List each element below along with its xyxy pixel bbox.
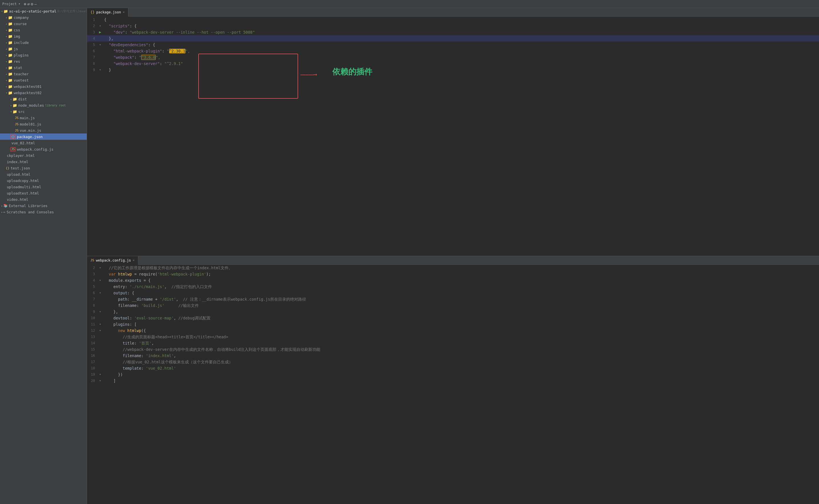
file-label-uploadmulti_html: uploadmulti.html bbox=[7, 185, 41, 189]
sidebar-item-index_html[interactable]: index.html bbox=[0, 159, 87, 165]
sidebar-item-ckplayer_html[interactable]: ckplayer.html bbox=[0, 152, 87, 159]
wline-content-7: path: __dirname + '/dist', // 注意：__dirna… bbox=[103, 296, 819, 302]
wline-gutter-19: ▾ bbox=[97, 371, 103, 378]
tab-package-json[interactable]: {} package.json × bbox=[87, 8, 128, 17]
folder-icon-vuetest: 📁 bbox=[8, 78, 13, 82]
wline-content-10: devtool: 'eval-source-map', //debug调试配置 bbox=[103, 315, 819, 321]
run-arrow-icon[interactable]: ▶ bbox=[99, 29, 101, 35]
sidebar-item-res[interactable]: ▸📁res bbox=[0, 58, 87, 64]
fold-icon[interactable]: ▾ bbox=[99, 67, 101, 73]
sidebar-item-upload_html[interactable]: upload.html bbox=[0, 171, 87, 177]
sidebar-item-webpacktest02[interactable]: ▾📁webpacktest02 bbox=[0, 90, 87, 96]
chevron-include: ▸ bbox=[6, 41, 7, 44]
fold-icon[interactable]: ▾ bbox=[99, 265, 101, 271]
sidebar-item-vue_min_js[interactable]: JSvue.min.js bbox=[0, 127, 87, 133]
webpack-editor[interactable]: 2▾ //它的工作原理是根据模板文件在内存中生成一个index.html文件。3… bbox=[87, 265, 819, 504]
tab-close-icon[interactable]: × bbox=[123, 10, 125, 14]
pkg-line-1: 1{ bbox=[87, 17, 819, 23]
chevron-css: ▸ bbox=[6, 29, 7, 32]
line-content-5: "devDependencies": { bbox=[103, 42, 819, 48]
package-json-tab-label: package.json bbox=[96, 10, 121, 14]
pkg-line-4: 4 }, bbox=[87, 35, 819, 42]
sidebar-item-webpacktest01[interactable]: ▸📁webpacktest01 bbox=[0, 83, 87, 90]
sidebar-item-video_html[interactable]: video.html bbox=[0, 196, 87, 203]
tab-close-icon-2[interactable]: × bbox=[133, 258, 135, 262]
chevron-teacher: ▸ bbox=[6, 72, 7, 76]
webpack-line-18: 18 template: 'vue_02.html' bbox=[87, 365, 819, 371]
sidebar-item-dist[interactable]: ▸📁dist bbox=[0, 96, 87, 102]
folder-label-stat: stat bbox=[14, 66, 22, 70]
sidebar-item-node_modules[interactable]: ▸📁node_moduleslibrary root bbox=[0, 102, 87, 108]
tab-webpack-config[interactable]: JS webpack.config.js × bbox=[87, 256, 138, 265]
sidebar-item-uploadtest_html[interactable]: uploadtest.html bbox=[0, 190, 87, 196]
wline-num-19: 19 bbox=[87, 371, 97, 378]
sidebar-item-company[interactable]: ▸📁company bbox=[0, 14, 87, 21]
minimize-icon[interactable]: — bbox=[35, 2, 37, 6]
add-icon[interactable]: ⊕ bbox=[24, 2, 26, 6]
sidebar-item-vue_02_html[interactable]: vue_02.html bbox=[0, 140, 87, 146]
package-json-code[interactable]: 1{2▾ "scripts": {3▶ "dev": "webpack-dev-… bbox=[87, 17, 819, 256]
sidebar-item-ext_libs[interactable]: ▸📚External Libraries bbox=[0, 203, 87, 209]
root-path: D:\学习文件\Java代码整 bbox=[58, 9, 87, 13]
chevron-img: ▸ bbox=[6, 35, 7, 38]
fold-icon[interactable]: ▾ bbox=[99, 309, 101, 315]
chevron-node_modules: ▸ bbox=[10, 104, 12, 107]
wline-num-15: 15 bbox=[87, 346, 97, 353]
top-tab-bar: {} package.json × bbox=[87, 8, 819, 17]
pkg-line-2: 2▾ "scripts": { bbox=[87, 23, 819, 29]
wline-content-16: filename: 'index.html', bbox=[103, 353, 819, 359]
chevron-js: ▸ bbox=[6, 47, 7, 50]
sidebar-item-root[interactable]: ▾📁xc-ui-pc-static-portalD:\学习文件\Java代码整 bbox=[0, 8, 87, 14]
webpack-line-10: 10 devtool: 'eval-source-map', //debug调试… bbox=[87, 315, 819, 321]
chevron-dist: ▸ bbox=[10, 98, 12, 101]
sidebar-item-model01_js[interactable]: JSmodel01.js bbox=[0, 121, 87, 127]
wline-num-9: 9 bbox=[87, 309, 97, 315]
sidebar-item-uploadcopy_html[interactable]: uploadcopy.html bbox=[0, 177, 87, 184]
folder-icon-company: 📁 bbox=[8, 15, 13, 20]
file-label-main_js: main.js bbox=[20, 116, 35, 120]
line-content-1: { bbox=[103, 17, 819, 23]
sidebar-item-teacher[interactable]: ▸📁teacher bbox=[0, 71, 87, 77]
folder-label-src: src bbox=[18, 110, 25, 114]
sidebar-item-js[interactable]: ▸📁js bbox=[0, 46, 87, 52]
wline-content-18: template: 'vue_02.html' bbox=[103, 365, 819, 371]
wline-num-17: 17 bbox=[87, 359, 97, 365]
webpack-line-13: 13 //生成的页面标题<head><title>首页</title></hea… bbox=[87, 334, 819, 340]
fold-icon[interactable]: ▾ bbox=[99, 321, 101, 327]
sidebar-item-css[interactable]: ▸📁css bbox=[0, 27, 87, 33]
fold-icon[interactable]: ▾ bbox=[99, 327, 101, 334]
folder-icon-webpacktest02: 📁 bbox=[8, 91, 13, 95]
fold-icon[interactable]: ▾ bbox=[99, 277, 101, 284]
chevron-down-icon[interactable]: ▾ bbox=[19, 2, 21, 6]
sidebar-item-main_js[interactable]: JSmain.js bbox=[0, 115, 87, 121]
wline-content-5: entry: './src/main.js', //指定打包的入口文件 bbox=[103, 284, 819, 290]
sidebar-item-course[interactable]: ▸📁course bbox=[0, 21, 87, 27]
file-label-uploadtest_html: uploadtest.html bbox=[7, 191, 39, 195]
sidebar-item-vuetest[interactable]: ▸📁vuetest bbox=[0, 77, 87, 83]
fold-icon[interactable]: ▾ bbox=[99, 23, 101, 29]
sidebar-item-plugins[interactable]: ▸📁plugins bbox=[0, 52, 87, 58]
folder-icon-plugins: 📁 bbox=[8, 53, 13, 57]
sidebar-item-package_json[interactable]: {}package.json bbox=[0, 133, 87, 140]
fold-icon[interactable]: ▾ bbox=[99, 42, 101, 48]
sidebar-item-include[interactable]: ▸📁include bbox=[0, 39, 87, 46]
sidebar-item-scratches[interactable]: ▸✏️Scratches and Consoles bbox=[0, 209, 87, 215]
chevron-company: ▸ bbox=[6, 16, 7, 19]
wline-num-13: 13 bbox=[87, 334, 97, 340]
sidebar-item-img[interactable]: ▸📁img bbox=[0, 33, 87, 39]
sidebar-item-stat[interactable]: ▸📁stat bbox=[0, 64, 87, 71]
fold-icon[interactable]: ▾ bbox=[99, 378, 101, 384]
sidebar-item-webpack_config_js[interactable]: JSwebpack.config.js bbox=[0, 146, 87, 152]
sidebar-item-uploadmulti_html[interactable]: uploadmulti.html bbox=[0, 184, 87, 190]
fold-icon[interactable]: ▾ bbox=[99, 290, 101, 296]
sidebar-item-test_json[interactable]: {}test.json bbox=[0, 165, 87, 171]
settings-icon[interactable]: ⚙ bbox=[31, 2, 33, 6]
folder-label-include: include bbox=[14, 41, 29, 45]
webpack-line-19: 19▾ }) bbox=[87, 371, 819, 378]
sync-icon[interactable]: ⇄ bbox=[27, 2, 30, 6]
sidebar-item-src[interactable]: ▾📁src bbox=[0, 108, 87, 115]
wline-num-12: 12 bbox=[87, 327, 97, 334]
chevron-ext: ▸ bbox=[1, 204, 3, 207]
fold-icon[interactable]: ▾ bbox=[99, 371, 101, 378]
package-json-tab-icon: {} bbox=[90, 10, 94, 14]
